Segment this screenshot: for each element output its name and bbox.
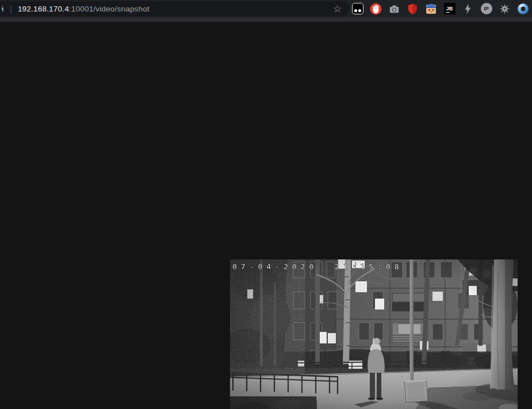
face-with-cap-icon	[425, 3, 437, 15]
cctv-scene: 07-04-2020 21:15:08 04-0036 Брюсовская у…	[230, 259, 518, 409]
url-path[interactable]: :10001/video/snapshot	[69, 5, 150, 13]
tampermonkey-extension-icon[interactable]	[351, 3, 363, 15]
address-bar-divider: |	[10, 4, 12, 14]
page-background: 07-04-2020 21:15:08 04-0036 Брюсовская у…	[0, 22, 532, 409]
vignette-overlay	[230, 259, 518, 409]
camera-extension-icon[interactable]	[388, 3, 400, 15]
robot-face-extension-icon[interactable]	[425, 3, 437, 15]
lightning-bolt-icon	[462, 3, 474, 15]
bookmark-star-icon[interactable]: ☆	[333, 4, 342, 14]
url-host[interactable]: 192.168.170.4	[18, 5, 69, 13]
shield-extension-icon[interactable]	[407, 3, 419, 15]
jetbrains-badge: JB	[444, 3, 456, 14]
lightning-extension-icon[interactable]	[462, 3, 474, 15]
camera-icon	[388, 3, 400, 15]
jetbrains-extension-icon[interactable]: JB	[443, 3, 456, 15]
camera-snapshot-image[interactable]: 07-04-2020 21:15:08 04-0036 Брюсовская у…	[230, 259, 518, 409]
url-text[interactable]: 192.168.170.4:10001/video/snapshot	[18, 5, 150, 13]
clipped-left-glyph: й	[2, 5, 7, 13]
browser-window: й | 192.168.170.4:10001/video/snapshot ☆	[0, 0, 532, 409]
toolbar-bottom-strip	[0, 17, 532, 22]
blue-ring-extension-icon[interactable]	[517, 3, 529, 15]
starburst-icon	[499, 3, 511, 15]
ip-extension-icon[interactable]: IP	[480, 3, 492, 15]
blue-orb-icon	[517, 3, 529, 15]
starburst-extension-icon[interactable]	[499, 3, 511, 15]
monkey-face-icon	[352, 3, 363, 14]
adblock-extension-icon[interactable]	[370, 3, 382, 15]
hand-stop-icon	[370, 3, 382, 15]
osd-timestamp: 07-04-2020 21:15:08	[232, 262, 403, 271]
browser-toolbar: й | 192.168.170.4:10001/video/snapshot ☆	[0, 0, 532, 17]
ip-badge: IP	[481, 3, 492, 14]
shield-icon	[407, 3, 419, 15]
extension-icons-row: JB IP	[351, 0, 529, 17]
